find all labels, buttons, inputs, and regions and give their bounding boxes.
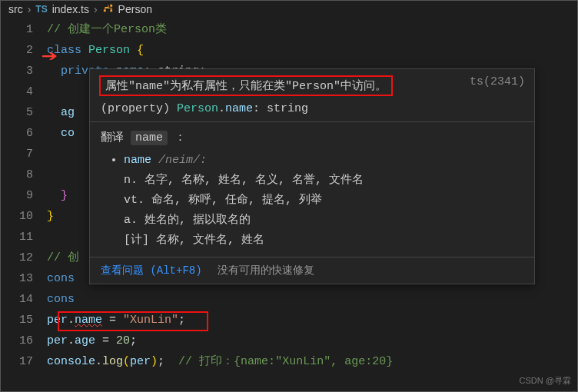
line-number: 17 [1, 351, 33, 372]
line-number: 6 [1, 123, 33, 144]
line-number: 14 [1, 289, 33, 310]
breadcrumb: src › TS index.ts › Person [1, 1, 577, 18]
hover-tooltip: 属性"name"为私有属性，只能在类"Person"中访问。 ts(2341) … [89, 68, 535, 284]
line-number: 9 [1, 185, 33, 206]
breadcrumb-folder[interactable]: src [8, 3, 23, 15]
code-line: cons [47, 289, 577, 310]
line-number: 5 [1, 102, 33, 123]
annotation-arrow-icon: ➔ [41, 47, 58, 68]
code-line: class Person { [47, 40, 577, 61]
code-line: per.age = 20; [47, 331, 577, 351]
dictionary-list: name /neim/: n. 名字, 名称, 姓名, 名义, 名誉, 文件名 … [90, 148, 534, 257]
line-number: 12 [1, 247, 33, 268]
code-line: // 创建一个Person类 [47, 19, 577, 40]
translation-header: 翻译 name ： [90, 122, 534, 148]
line-number: 3 [1, 61, 33, 81]
error-code: ts(2341) [470, 75, 525, 88]
error-message: 属性"name"为私有属性，只能在类"Person"中访问。 [99, 75, 393, 96]
chevron-right-icon: › [94, 3, 98, 15]
class-icon [102, 2, 114, 16]
line-number: 15 [1, 310, 33, 331]
line-number: 2 [1, 40, 33, 61]
line-number: 13 [1, 268, 33, 289]
breadcrumb-symbol[interactable]: Person [118, 3, 152, 15]
line-number: 1 [1, 19, 33, 40]
view-problem-link[interactable]: 查看问题 (Alt+F8) [101, 264, 202, 277]
chevron-right-icon: › [28, 3, 32, 15]
line-number: 11 [1, 227, 33, 247]
line-number-gutter: 1 2 3 4 5 6 7 8 9 10 11 12 13 14 15 16 1… [1, 18, 47, 372]
line-number: 10 [1, 206, 33, 227]
line-number: 16 [1, 331, 33, 351]
code-line: console.log(per); // 打印：{name:"XunLin", … [47, 351, 577, 372]
symbol-signature: (property) Person.name: string [90, 98, 534, 121]
no-quickfix-label: 没有可用的快速修复 [218, 264, 314, 277]
line-number: 8 [1, 164, 33, 185]
breadcrumb-file[interactable]: index.ts [52, 3, 89, 15]
line-number: 4 [1, 81, 33, 102]
code-line: per.name = "XunLin"; [47, 310, 577, 331]
watermark: CSDN @寻霖 [520, 375, 571, 387]
error-token[interactable]: name [75, 314, 102, 327]
line-number: 7 [1, 144, 33, 164]
typescript-icon: TS [35, 4, 47, 15]
